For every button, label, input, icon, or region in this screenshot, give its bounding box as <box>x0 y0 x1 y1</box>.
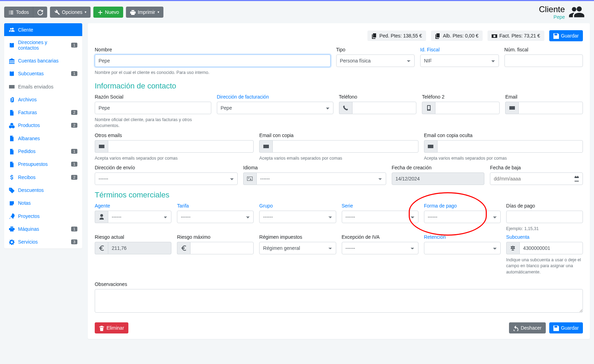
idioma-label: Idioma <box>243 165 386 170</box>
tipo-select[interactable]: Persona física <box>336 54 415 67</box>
refresh-button[interactable] <box>33 7 47 18</box>
plus-icon <box>97 9 103 16</box>
opciones-button[interactable]: Opciones ▾ <box>50 7 90 18</box>
observaciones-input[interactable] <box>95 289 583 313</box>
razon-help: Nombre oficial del cliente, para las fac… <box>95 117 211 129</box>
razon-input[interactable] <box>95 102 211 114</box>
email-cc-help: Acepta varios emails separados por comas <box>259 155 418 162</box>
sidebar-item-emails-enviados: Emails enviados <box>4 80 82 93</box>
rocket-icon <box>9 213 15 219</box>
imprimir-button[interactable]: Imprimir ▾ <box>126 7 163 18</box>
dias-pago-label: Días de pago <box>506 203 583 209</box>
idfiscal-label[interactable]: Id. Fiscal <box>420 47 499 52</box>
subcuenta-input[interactable] <box>519 242 583 254</box>
email-bcc-input[interactable] <box>437 140 583 153</box>
todos-button[interactable]: Todos <box>4 7 33 18</box>
fact-ptes-pill[interactable]: Fact. Ptes: 73,21 € <box>487 31 544 41</box>
sidebar-badge: 2 <box>71 123 77 128</box>
sidebar-item-subcuentas[interactable]: Subcuentas1 <box>4 67 82 80</box>
clip-icon <box>9 96 15 102</box>
sidebar-item-proyectos[interactable]: Proyectos <box>4 210 82 222</box>
idfiscal-select[interactable]: NIF <box>420 54 499 67</box>
deshacer-button[interactable]: Deshacer <box>509 322 546 333</box>
email-bcc-help: Acepta varios emails separados por comas <box>424 155 583 162</box>
fbaja-input[interactable] <box>490 172 583 185</box>
agente-select[interactable]: ------ <box>108 211 171 223</box>
opciones-label: Opciones <box>62 9 82 16</box>
sidebar-item-servicios[interactable]: Servicios3 <box>4 235 82 248</box>
grupo-select[interactable]: ------ <box>259 211 336 223</box>
sidebar-item-direcciones-y-contactos[interactable]: Direcciones y contactos1 <box>4 36 82 54</box>
tag-icon <box>9 187 15 193</box>
excepcion-select[interactable]: ------ <box>342 242 418 254</box>
file-icon <box>9 109 15 115</box>
sidebar-item-label: Máquinas <box>18 226 39 232</box>
subcuenta-label[interactable]: Subcuenta <box>506 234 583 240</box>
sidebar-item-label: Albaranes <box>18 136 40 141</box>
otros-emails-label: Otros emails <box>95 133 254 138</box>
mail-icon <box>424 140 437 153</box>
forma-pago-label[interactable]: Forma de pago <box>424 203 501 209</box>
agente-label[interactable]: Agente <box>95 203 171 209</box>
euro-icon <box>177 242 190 254</box>
guardar-top-button[interactable]: Guardar <box>549 30 583 41</box>
otros-emails-input[interactable] <box>108 140 254 153</box>
telefono-input[interactable] <box>352 102 417 114</box>
tarifa-label[interactable]: Tarifa <box>177 203 254 209</box>
retencion-label[interactable]: Retención <box>424 234 501 240</box>
forma-pago-select[interactable]: ------ <box>424 211 501 223</box>
sidebar-item-archivos[interactable]: Archivos <box>4 93 82 106</box>
sidebar-item-recibos[interactable]: Recibos2 <box>4 171 82 184</box>
entity-name: Pepe <box>539 14 565 20</box>
alb-ptes-pill[interactable]: Alb. Ptes: 0,00 € <box>431 31 483 41</box>
serie-label[interactable]: Serie <box>342 203 418 209</box>
telefono2-input[interactable] <box>435 102 500 114</box>
sidebar-item-descuentos[interactable]: Descuentos <box>4 184 82 196</box>
sidebar-item-cliente[interactable]: Cliente <box>4 23 82 36</box>
serie-select[interactable]: ------ <box>342 211 418 223</box>
tarifa-select[interactable]: ------ <box>177 211 254 223</box>
sidebar-item-pedidos[interactable]: Pedidos1 <box>4 145 82 158</box>
nombre-input[interactable] <box>95 54 331 67</box>
gear-icon <box>9 239 15 245</box>
ped-ptes-pill[interactable]: Ped. Ptes: 138,55 € <box>367 31 426 41</box>
sidebar-badge: 1 <box>71 149 77 154</box>
numfiscal-input[interactable] <box>504 54 583 67</box>
riesgo-max-label: Riesgo máximo <box>177 234 254 240</box>
sidebar-item-máquinas[interactable]: Máquinas1 <box>4 222 82 235</box>
dirfact-select[interactable]: Pepe <box>217 102 333 114</box>
sidebar-item-notas[interactable]: Notas <box>4 197 82 210</box>
sidebar-item-albaranes[interactable]: Albaranes <box>4 132 82 145</box>
dias-pago-input[interactable] <box>506 211 583 223</box>
fcreacion-label: Fecha de creación <box>392 165 485 170</box>
sidebar-item-label: Archivos <box>18 97 37 102</box>
sidebar-item-label: Cliente <box>18 27 33 33</box>
riesgo-actual-input <box>108 242 171 254</box>
riesgo-max-input[interactable] <box>190 242 254 254</box>
retencion-select[interactable] <box>424 242 501 254</box>
email-input[interactable] <box>518 102 583 114</box>
eliminar-button[interactable]: Eliminar <box>95 322 128 333</box>
sidebar-badge: 1 <box>71 227 77 231</box>
otros-emails-help: Acepta varios emails separados por comas <box>95 155 254 162</box>
refresh-icon <box>37 9 43 16</box>
sidebar-item-cuentas-bancarias[interactable]: Cuentas bancarias <box>4 54 82 67</box>
sidebar-item-label: Facturas <box>18 110 37 115</box>
sidebar-item-productos[interactable]: Productos2 <box>4 119 82 132</box>
nuevo-button[interactable]: Nuevo <box>93 7 123 18</box>
file-icon <box>9 135 15 141</box>
note-icon <box>9 200 15 206</box>
regimen-select[interactable]: Régimen general <box>259 242 336 254</box>
idioma-select[interactable]: ------ <box>256 172 386 185</box>
sidebar-item-presupuestos[interactable]: Presupuestos1 <box>4 158 82 171</box>
dirfact-label[interactable]: Dirección de facturación <box>217 94 333 100</box>
direnvio-select[interactable]: ------ <box>95 172 238 185</box>
euro-icon <box>95 242 108 254</box>
calendar-icon[interactable] <box>574 176 579 181</box>
guardar-bottom-button[interactable]: Guardar <box>549 322 583 333</box>
status-bar: Ped. Ptes: 138,55 € Alb. Ptes: 0,00 € Fa… <box>95 30 583 41</box>
sidebar-badge: 2 <box>71 175 77 180</box>
email-cc-input[interactable] <box>272 140 418 153</box>
grupo-label[interactable]: Grupo <box>259 203 336 209</box>
sidebar-item-facturas[interactable]: Facturas2 <box>4 106 82 119</box>
